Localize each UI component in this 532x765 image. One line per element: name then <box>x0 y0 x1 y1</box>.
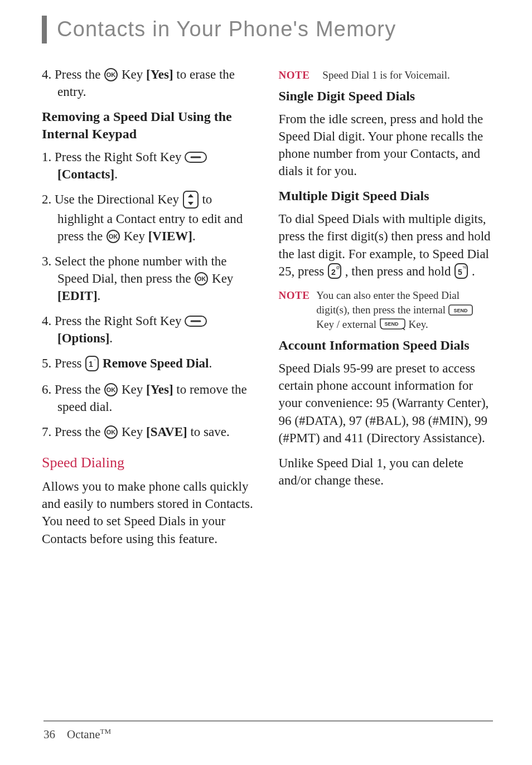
right-soft-key-icon <box>185 316 207 327</box>
text: 5. Press <box>42 356 85 370</box>
text: Key <box>122 425 146 439</box>
label-contacts: [Contacts] <box>57 167 114 181</box>
svg-text:OK: OK <box>109 233 118 240</box>
ok-key-icon: OK <box>104 425 118 439</box>
footer-divider <box>43 720 493 722</box>
subhead-removing-speed-dial: Removing a Speed Dial Using the Internal… <box>42 108 257 143</box>
svg-text:1: 1 <box>89 360 93 369</box>
ok-key-icon: OK <box>194 272 209 286</box>
text: Key <box>212 272 233 285</box>
svg-text:OK: OK <box>107 71 116 78</box>
step-6: 6. Press the OK Key [Yes] to remove the … <box>42 381 257 415</box>
key-2-icon: 2@ <box>327 263 342 279</box>
subhead-multiple-digit: Multiple Digit Speed Dials <box>279 187 494 205</box>
step-7: 7. Press the OK Key [SAVE] to save. <box>42 423 257 440</box>
directional-key-icon <box>182 190 199 209</box>
send-key-internal-icon: SEND <box>448 304 473 316</box>
text: Key <box>124 229 148 243</box>
note-text: Speed Dial 1 is for Voicemail. <box>322 69 449 81</box>
multiple-digit-paragraph: To dial Speed Dials with multiple digits… <box>279 210 494 280</box>
text: 4. Press the <box>42 67 104 81</box>
text: 6. Press the <box>42 382 104 396</box>
text: Key / external <box>316 318 379 330</box>
page-title: Contacts in Your Phone's Memory <box>57 16 396 43</box>
text: Key <box>122 67 146 81</box>
label-yes: [Yes] <box>146 382 173 396</box>
text: Key <box>122 382 146 396</box>
svg-rect-4 <box>183 191 198 208</box>
note-body: You can also enter the Speed Dial digit(… <box>316 288 493 331</box>
svg-text:%: % <box>463 265 466 269</box>
footer-text: 36 OctaneTM <box>43 727 493 742</box>
svg-text:OK: OK <box>197 275 206 282</box>
text: 7. Press the <box>42 425 104 439</box>
left-column: 4. Press the OK Key [Yes] to erase the e… <box>42 66 257 555</box>
trademark: TM <box>100 727 111 735</box>
right-column: NOTE Speed Dial 1 is for Voicemail. Sing… <box>279 66 494 555</box>
key-5-icon: 5% <box>454 263 468 279</box>
svg-marker-5 <box>188 194 194 197</box>
right-soft-key-icon <box>185 152 207 163</box>
text: . <box>109 331 113 345</box>
text: . <box>98 289 101 303</box>
ok-key-icon: OK <box>104 67 118 82</box>
ok-key-icon: OK <box>106 229 120 244</box>
step-1: 1. Press the Right Soft Key [Contacts]. <box>42 148 257 183</box>
label-edit: [EDIT] <box>57 289 98 303</box>
label-remove-speed-dial: Remove Speed Dial <box>103 356 209 370</box>
step-2: 2. Use the Directional Key to highlight … <box>42 191 257 245</box>
note-label: NOTE <box>279 288 310 331</box>
ok-key-icon: OK <box>104 382 118 397</box>
title-row: Contacts in Your Phone's Memory <box>42 16 493 43</box>
svg-marker-6 <box>188 202 194 205</box>
note-voicemail: NOTE Speed Dial 1 is for Voicemail. <box>279 66 494 83</box>
step-3: 3. Select the phone number with the Spee… <box>42 253 257 304</box>
text: . <box>114 167 118 181</box>
text: 1. Press the Right Soft Key <box>42 150 185 164</box>
step-5: 5. Press 1~ Remove Speed Dial. <box>42 355 257 373</box>
text: . <box>192 229 196 243</box>
text: . <box>209 356 212 370</box>
text: . <box>472 264 475 278</box>
send-key-external-icon: SEND <box>379 318 406 330</box>
text: 4. Press the Right Soft Key <box>42 314 185 328</box>
key-1-icon: 1~ <box>85 355 99 372</box>
label-view: [VIEW] <box>148 229 192 243</box>
account-info-paragraph: Speed Dials 95-99 are preset to access c… <box>279 360 494 446</box>
product-name: Octane <box>67 728 100 741</box>
subhead-account-info: Account Information Speed Dials <box>279 337 494 354</box>
step-erase-entry: 4. Press the OK Key [Yes] to erase the e… <box>42 66 257 100</box>
note-label: NOTE <box>279 69 310 81</box>
text: Key. <box>408 318 428 330</box>
svg-text:OK: OK <box>107 386 116 393</box>
label-yes: [Yes] <box>146 67 173 81</box>
svg-text:SEND: SEND <box>384 321 399 327</box>
text: You can also enter the Speed Dial digit(… <box>316 289 460 316</box>
label-save: [SAVE] <box>146 425 187 439</box>
svg-text:@: @ <box>336 265 340 269</box>
section-speed-dialing: Speed Dialing <box>42 453 257 472</box>
note-send-key: NOTE You can also enter the Speed Dial d… <box>279 288 494 331</box>
speed-dialing-paragraph: Allows you to make phone calls quickly a… <box>42 478 257 547</box>
step-4: 4. Press the Right Soft Key [Options]. <box>42 312 257 347</box>
svg-text:~: ~ <box>94 358 96 362</box>
svg-text:2: 2 <box>331 268 336 277</box>
svg-text:OK: OK <box>107 429 116 435</box>
page-number: 36 <box>43 728 55 741</box>
title-accent-bar <box>42 16 47 43</box>
single-digit-paragraph: From the idle screen, press and hold the… <box>279 110 494 180</box>
subhead-single-digit: Single Digit Speed Dials <box>279 88 494 105</box>
text: 2. Use the Directional Key <box>42 192 182 206</box>
svg-text:SEND: SEND <box>453 308 468 313</box>
account-info-paragraph-2: Unlike Speed Dial 1, you can delete and/… <box>279 454 494 489</box>
text: to save. <box>190 425 229 439</box>
label-options: [Options] <box>57 331 109 345</box>
text: , then press and hold <box>345 264 454 278</box>
svg-text:5: 5 <box>458 268 462 277</box>
page-footer: 36 OctaneTM <box>43 720 493 742</box>
